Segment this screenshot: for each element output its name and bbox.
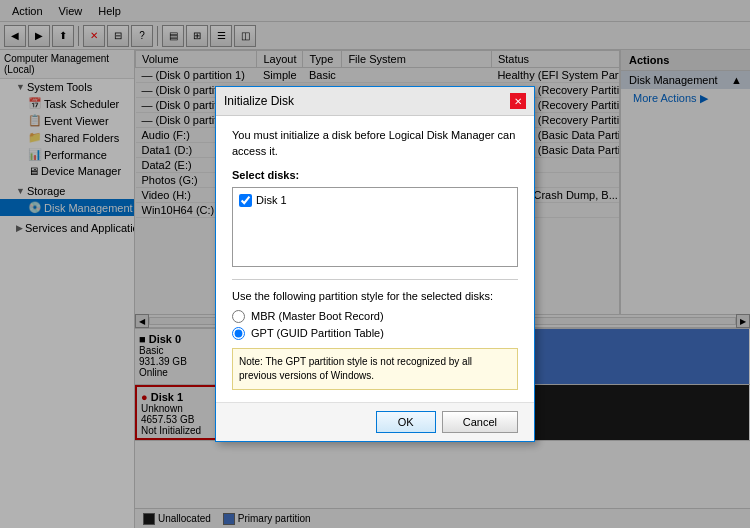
dialog-message: You must initialize a disk before Logica… [232,128,518,159]
dialog-cancel-button[interactable]: Cancel [442,411,518,433]
initialize-disk-dialog: Initialize Disk ✕ You must initialize a … [215,86,535,442]
mbr-label: MBR (Master Boot Record) [251,310,384,322]
mbr-option[interactable]: MBR (Master Boot Record) [232,310,518,323]
gpt-option[interactable]: GPT (GUID Partition Table) [232,327,518,340]
disk-list[interactable]: Disk 1 [232,187,518,267]
partition-style-label: Use the following partition style for th… [232,290,518,302]
dialog-titlebar: Initialize Disk ✕ [216,87,534,116]
dialog-select-label: Select disks: [232,169,518,181]
dialog-buttons: OK Cancel [216,402,534,441]
dialog-title: Initialize Disk [224,94,294,108]
disk-list-item-1[interactable]: Disk 1 [237,192,513,209]
dialog-separator [232,279,518,280]
disk-1-checkbox[interactable] [239,194,252,207]
dialog-note: Note: The GPT partition style is not rec… [232,348,518,390]
dialog-body: You must initialize a disk before Logica… [216,116,534,402]
dialog-ok-button[interactable]: OK [376,411,436,433]
mbr-radio[interactable] [232,310,245,323]
disk-1-item-label: Disk 1 [256,194,287,206]
gpt-radio[interactable] [232,327,245,340]
dialog-overlay: Initialize Disk ✕ You must initialize a … [0,0,750,528]
dialog-close-button[interactable]: ✕ [510,93,526,109]
gpt-label: GPT (GUID Partition Table) [251,327,384,339]
